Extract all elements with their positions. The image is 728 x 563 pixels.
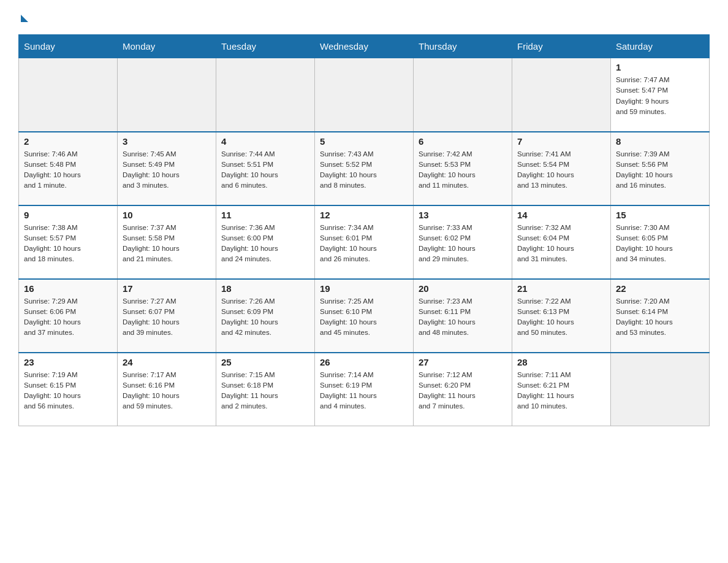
calendar-cell: 15Sunrise: 7:30 AMSunset: 6:05 PMDayligh… [611,205,710,279]
day-info: Sunrise: 7:25 AMSunset: 6:10 PMDaylight:… [320,296,408,339]
day-number: 9 [24,210,112,220]
header-friday: Friday [512,35,611,58]
header-saturday: Saturday [611,35,710,58]
day-info: Sunrise: 7:30 AMSunset: 6:05 PMDaylight:… [616,223,704,265]
day-number: 15 [616,210,704,220]
calendar-cell: 14Sunrise: 7:32 AMSunset: 6:04 PMDayligh… [512,205,611,279]
day-info: Sunrise: 7:42 AMSunset: 5:53 PMDaylight:… [419,149,507,191]
week-row-1: 1Sunrise: 7:47 AMSunset: 5:47 PMDaylight… [19,58,710,132]
day-info: Sunrise: 7:32 AMSunset: 6:04 PMDaylight:… [517,223,605,265]
day-number: 12 [320,210,408,220]
day-number: 8 [616,136,704,147]
day-info: Sunrise: 7:20 AMSunset: 6:14 PMDaylight:… [616,296,704,339]
week-row-5: 23Sunrise: 7:19 AMSunset: 6:15 PMDayligh… [19,353,710,426]
logo [18,12,28,22]
calendar-cell: 23Sunrise: 7:19 AMSunset: 6:15 PMDayligh… [19,353,118,426]
calendar-cell: 27Sunrise: 7:12 AMSunset: 6:20 PMDayligh… [414,353,512,426]
day-number: 20 [419,283,507,294]
day-info: Sunrise: 7:11 AMSunset: 6:21 PMDaylight:… [517,370,605,412]
calendar-cell: 24Sunrise: 7:17 AMSunset: 6:16 PMDayligh… [118,353,216,426]
day-number: 7 [517,136,605,147]
week-row-2: 2Sunrise: 7:46 AMSunset: 5:48 PMDaylight… [19,132,710,205]
day-number: 4 [221,136,309,147]
day-number: 28 [517,357,605,367]
calendar-cell: 10Sunrise: 7:37 AMSunset: 5:58 PMDayligh… [118,205,216,279]
day-info: Sunrise: 7:14 AMSunset: 6:19 PMDaylight:… [320,370,408,412]
day-number: 26 [320,357,408,367]
header-tuesday: Tuesday [216,35,315,58]
header-sunday: Sunday [19,35,118,58]
day-info: Sunrise: 7:39 AMSunset: 5:56 PMDaylight:… [616,149,704,191]
calendar-cell: 25Sunrise: 7:15 AMSunset: 6:18 PMDayligh… [216,353,315,426]
day-info: Sunrise: 7:37 AMSunset: 5:58 PMDaylight:… [123,223,211,265]
day-number: 16 [24,283,112,294]
day-number: 3 [123,136,211,147]
day-info: Sunrise: 7:43 AMSunset: 5:52 PMDaylight:… [320,149,408,191]
day-number: 22 [616,283,704,294]
calendar-cell: 12Sunrise: 7:34 AMSunset: 6:01 PMDayligh… [315,205,414,279]
weekday-header-row: SundayMondayTuesdayWednesdayThursdayFrid… [19,35,710,58]
calendar-cell [611,353,710,426]
day-info: Sunrise: 7:47 AMSunset: 5:47 PMDaylight:… [616,75,704,117]
day-number: 25 [221,357,309,367]
day-info: Sunrise: 7:15 AMSunset: 6:18 PMDaylight:… [221,370,309,412]
day-info: Sunrise: 7:22 AMSunset: 6:13 PMDaylight:… [517,296,605,339]
day-info: Sunrise: 7:36 AMSunset: 6:00 PMDaylight:… [221,223,309,265]
day-info: Sunrise: 7:41 AMSunset: 5:54 PMDaylight:… [517,149,605,191]
calendar-cell: 6Sunrise: 7:42 AMSunset: 5:53 PMDaylight… [414,132,512,205]
day-number: 21 [517,283,605,294]
day-info: Sunrise: 7:33 AMSunset: 6:02 PMDaylight:… [419,223,507,265]
header-monday: Monday [118,35,216,58]
logo-arrow-icon [21,15,28,22]
day-info: Sunrise: 7:19 AMSunset: 6:15 PMDaylight:… [24,370,112,412]
day-info: Sunrise: 7:46 AMSunset: 5:48 PMDaylight:… [24,149,112,191]
calendar-cell: 22Sunrise: 7:20 AMSunset: 6:14 PMDayligh… [611,279,710,353]
calendar-table: SundayMondayTuesdayWednesdayThursdayFrid… [18,34,710,426]
day-info: Sunrise: 7:45 AMSunset: 5:49 PMDaylight:… [123,149,211,191]
calendar-cell [19,58,118,132]
day-number: 18 [221,283,309,294]
logo-text [18,12,28,22]
calendar-cell: 7Sunrise: 7:41 AMSunset: 5:54 PMDaylight… [512,132,611,205]
day-number: 2 [24,136,112,147]
calendar-cell [414,58,512,132]
day-info: Sunrise: 7:26 AMSunset: 6:09 PMDaylight:… [221,296,309,339]
day-info: Sunrise: 7:38 AMSunset: 5:57 PMDaylight:… [24,223,112,265]
calendar-cell: 1Sunrise: 7:47 AMSunset: 5:47 PMDaylight… [611,58,710,132]
calendar-cell: 2Sunrise: 7:46 AMSunset: 5:48 PMDaylight… [19,132,118,205]
week-row-4: 16Sunrise: 7:29 AMSunset: 6:06 PMDayligh… [19,279,710,353]
day-number: 1 [616,62,704,72]
day-info: Sunrise: 7:29 AMSunset: 6:06 PMDaylight:… [24,296,112,339]
day-number: 24 [123,357,211,367]
calendar-cell [512,58,611,132]
day-number: 5 [320,136,408,147]
page-header [18,12,710,22]
calendar-cell: 11Sunrise: 7:36 AMSunset: 6:00 PMDayligh… [216,205,315,279]
day-info: Sunrise: 7:34 AMSunset: 6:01 PMDaylight:… [320,223,408,265]
calendar-cell: 9Sunrise: 7:38 AMSunset: 5:57 PMDaylight… [19,205,118,279]
week-row-3: 9Sunrise: 7:38 AMSunset: 5:57 PMDaylight… [19,205,710,279]
day-number: 27 [419,357,507,367]
day-number: 23 [24,357,112,367]
calendar-cell: 4Sunrise: 7:44 AMSunset: 5:51 PMDaylight… [216,132,315,205]
day-number: 13 [419,210,507,220]
day-info: Sunrise: 7:27 AMSunset: 6:07 PMDaylight:… [123,296,211,339]
calendar-cell: 16Sunrise: 7:29 AMSunset: 6:06 PMDayligh… [19,279,118,353]
day-number: 6 [419,136,507,147]
day-info: Sunrise: 7:17 AMSunset: 6:16 PMDaylight:… [123,370,211,412]
calendar-cell: 18Sunrise: 7:26 AMSunset: 6:09 PMDayligh… [216,279,315,353]
day-number: 19 [320,283,408,294]
calendar-cell: 20Sunrise: 7:23 AMSunset: 6:11 PMDayligh… [414,279,512,353]
calendar-cell: 5Sunrise: 7:43 AMSunset: 5:52 PMDaylight… [315,132,414,205]
calendar-cell: 3Sunrise: 7:45 AMSunset: 5:49 PMDaylight… [118,132,216,205]
day-info: Sunrise: 7:44 AMSunset: 5:51 PMDaylight:… [221,149,309,191]
calendar-cell: 13Sunrise: 7:33 AMSunset: 6:02 PMDayligh… [414,205,512,279]
header-thursday: Thursday [414,35,512,58]
header-wednesday: Wednesday [315,35,414,58]
calendar-cell: 26Sunrise: 7:14 AMSunset: 6:19 PMDayligh… [315,353,414,426]
day-info: Sunrise: 7:12 AMSunset: 6:20 PMDaylight:… [419,370,507,412]
day-info: Sunrise: 7:23 AMSunset: 6:11 PMDaylight:… [419,296,507,339]
calendar-cell: 21Sunrise: 7:22 AMSunset: 6:13 PMDayligh… [512,279,611,353]
day-number: 17 [123,283,211,294]
calendar-cell [315,58,414,132]
